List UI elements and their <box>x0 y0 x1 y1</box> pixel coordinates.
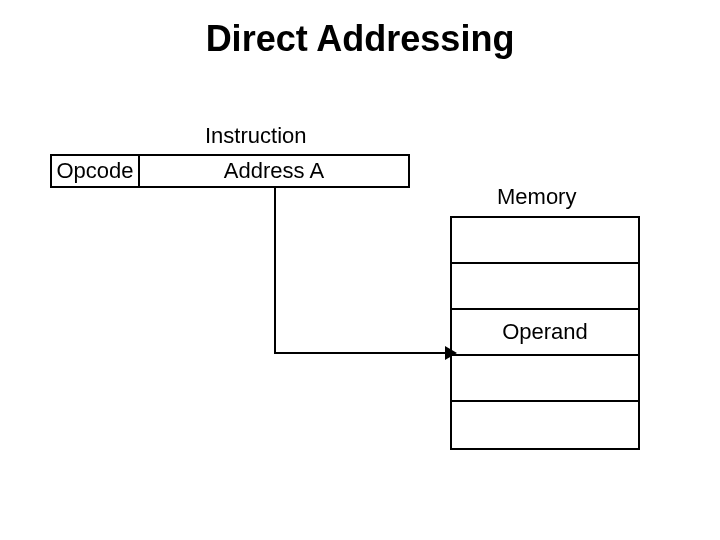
memory-cell <box>452 264 638 310</box>
instruction-label: Instruction <box>205 123 307 149</box>
arrow-segment-horizontal <box>274 352 450 354</box>
arrow-segment-vertical <box>274 188 276 354</box>
address-field: Address A <box>140 154 410 188</box>
memory-label: Memory <box>497 184 576 210</box>
memory-table: Operand <box>450 216 640 450</box>
opcode-field: Opcode <box>50 154 140 188</box>
memory-cell <box>452 402 638 448</box>
memory-cell-operand: Operand <box>452 310 638 356</box>
page-title: Direct Addressing <box>0 18 720 60</box>
diagram-canvas: Direct Addressing Instruction Opcode Add… <box>0 0 720 540</box>
memory-cell <box>452 356 638 402</box>
arrow-head-icon <box>445 346 457 360</box>
memory-cell <box>452 218 638 264</box>
